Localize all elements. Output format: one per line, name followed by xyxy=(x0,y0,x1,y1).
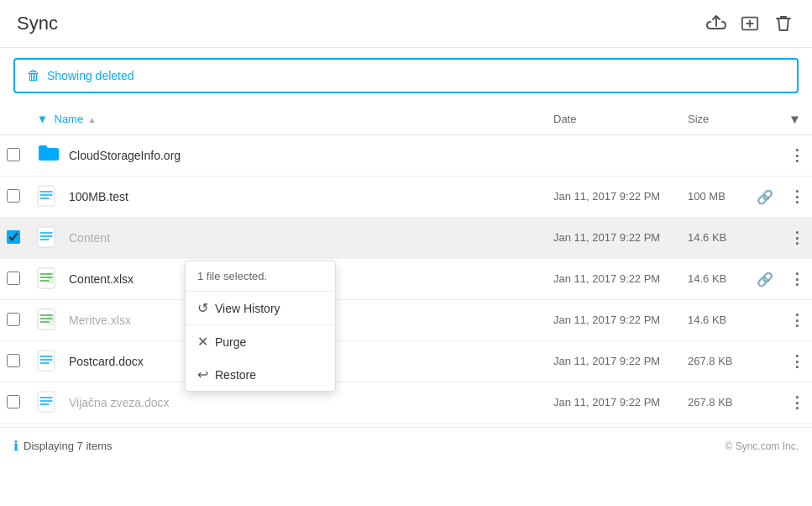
footer-bar: ℹ Displaying 7 items © Sync.com Inc. xyxy=(0,427,812,464)
th-date: Date xyxy=(547,103,681,135)
row-checkbox-3[interactable] xyxy=(7,230,20,244)
file-name: Content xyxy=(69,231,110,245)
file-name: 100MB.test xyxy=(69,190,128,203)
file-table: ▼ Name ▲ Date Size ▼ CloudStorageInfo.or… xyxy=(0,103,812,424)
info-bar: 🗑 Showing deleted xyxy=(13,58,799,93)
svg-rect-9 xyxy=(38,351,55,371)
more-actions-icon[interactable]: ⋮ xyxy=(789,188,805,205)
file-size: 14.6 KB xyxy=(688,312,741,329)
more-actions-icon[interactable]: ⋮ xyxy=(789,229,805,246)
more-actions-icon[interactable]: ⋮ xyxy=(789,271,805,287)
app-container: Sync xyxy=(0,0,812,506)
view-history-label: View History xyxy=(215,302,280,315)
folder-icon xyxy=(37,144,60,167)
more-actions-icon[interactable]: ⋮ xyxy=(789,147,805,164)
row-checkbox-2[interactable] xyxy=(7,189,20,203)
th-name[interactable]: ▼ Name ▲ xyxy=(30,103,547,135)
th-check xyxy=(0,103,30,135)
file-date: Jan 11, 2017 9:22 PM xyxy=(553,188,674,205)
context-menu: 1 file selected. ↺ View History ✕ Purge … xyxy=(185,261,336,392)
info-bar-icon: 🗑 xyxy=(27,68,40,83)
more-actions-icon[interactable]: ⋮ xyxy=(789,353,805,370)
displaying-text: Displaying 7 items xyxy=(24,440,113,452)
file-name: Content.xlsx xyxy=(69,272,134,286)
file-name: CloudStorageInfo.org xyxy=(69,149,181,162)
file-date: Jan 11, 2017 9:22 PM xyxy=(553,394,674,411)
doc-file-icon xyxy=(37,226,60,250)
footer-copyright: © Sync.com Inc. xyxy=(725,440,799,452)
table-header-row: ▼ Name ▲ Date Size ▼ xyxy=(0,103,812,135)
sort-arrow-icon: ▼ xyxy=(37,113,48,125)
file-size: 267.8 KB xyxy=(688,353,741,370)
upload-icon[interactable] xyxy=(705,12,728,35)
context-menu-view-history[interactable]: ↺ View History xyxy=(186,292,335,324)
file-date: Jan 11, 2017 9:22 PM xyxy=(553,353,674,370)
file-date: Jan 11, 2017 9:22 PM xyxy=(553,312,674,329)
doc-file-icon xyxy=(37,185,60,208)
table-row: Postcard.docxJan 11, 2017 9:22 PM267.8 K… xyxy=(0,341,812,382)
svg-rect-2 xyxy=(38,227,55,247)
row-checkbox-7[interactable] xyxy=(7,395,20,408)
table-row: CloudStorageInfo.org⋮ xyxy=(0,135,812,177)
more-actions-icon[interactable]: ⋮ xyxy=(789,312,805,329)
table-row: ContentJan 11, 2017 9:22 PM14.6 KB⋮ xyxy=(0,218,812,259)
row-checkbox-5[interactable] xyxy=(7,313,20,326)
doc-file-icon xyxy=(37,350,60,373)
file-table-body: CloudStorageInfo.org⋮100MB.testJan 11, 2… xyxy=(0,135,812,424)
context-menu-purge[interactable]: ✕ Purge xyxy=(186,325,335,358)
xlsx-file-icon xyxy=(37,267,60,291)
th-link xyxy=(748,103,782,135)
history-icon: ↺ xyxy=(197,300,208,316)
context-menu-header: 1 file selected. xyxy=(186,261,335,292)
file-size: 267.8 KB xyxy=(688,394,741,411)
context-menu-restore[interactable]: ↩ Restore xyxy=(186,358,335,391)
file-date: Jan 11, 2017 9:22 PM xyxy=(553,229,674,246)
th-name-label: Name xyxy=(55,113,84,125)
link-icon[interactable]: 🔗 xyxy=(757,272,773,287)
svg-rect-8 xyxy=(47,314,54,325)
restore-label: Restore xyxy=(215,368,256,382)
filter-icon: ▼ xyxy=(788,112,801,126)
header-icons xyxy=(705,12,795,35)
file-name: Vijačna zveza.docx xyxy=(69,396,170,409)
file-size: 14.6 KB xyxy=(688,271,741,287)
table-row: Content.xlsxJan 11, 2017 9:22 PM14.6 KB🔗… xyxy=(0,259,812,300)
sort-up-icon: ▲ xyxy=(88,115,97,124)
row-checkbox-6[interactable] xyxy=(7,354,20,367)
purge-label: Purge xyxy=(215,335,246,349)
table-row: 100MB.testJan 11, 2017 9:22 PM100 MB🔗⋮ xyxy=(0,177,812,218)
table-row: Meritve.xlsxJan 11, 2017 9:22 PM14.6 KB⋮ xyxy=(0,300,812,341)
file-name: Meritve.xlsx xyxy=(69,314,131,327)
app-title: Sync xyxy=(17,13,58,34)
table-row: Vijačna zveza.docxJan 11, 2017 9:22 PM26… xyxy=(0,382,812,424)
trash-icon[interactable] xyxy=(772,12,795,35)
info-bar-text: Showing deleted xyxy=(47,69,134,82)
file-name: Postcard.docx xyxy=(69,355,144,368)
row-checkbox-1[interactable] xyxy=(7,148,20,161)
file-size: 14.6 KB xyxy=(688,229,741,246)
th-size: Size xyxy=(681,103,748,135)
link-icon[interactable]: 🔗 xyxy=(757,190,773,204)
restore-icon: ↩ xyxy=(197,366,208,382)
footer-info: ℹ Displaying 7 items xyxy=(13,438,113,454)
file-date: Jan 11, 2017 9:22 PM xyxy=(553,271,674,287)
row-checkbox-4[interactable] xyxy=(7,271,20,285)
th-filter[interactable]: ▼ xyxy=(782,103,812,135)
svg-rect-5 xyxy=(47,272,54,284)
more-actions-icon[interactable]: ⋮ xyxy=(789,394,805,411)
xlsx-file-icon xyxy=(37,308,60,332)
add-icon[interactable] xyxy=(738,12,762,35)
x-icon: ✕ xyxy=(197,334,208,350)
doc-file-icon xyxy=(37,391,60,414)
svg-rect-10 xyxy=(38,392,55,412)
app-header: Sync xyxy=(0,0,812,48)
info-icon: ℹ xyxy=(13,438,18,454)
svg-rect-1 xyxy=(38,186,55,206)
file-size: 100 MB xyxy=(688,188,741,205)
